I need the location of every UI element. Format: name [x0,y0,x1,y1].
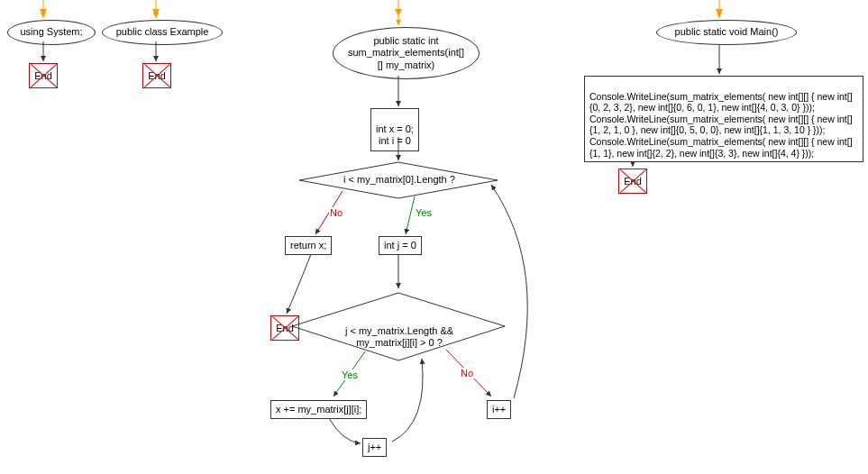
end-label: End [624,176,642,187]
node-cond-inner: j < my_matrix.Length && my_matrix[j][i] … [323,314,476,350]
node-init-j: int j = 0 [379,236,422,255]
node-using-system: using System; [7,20,96,45]
start-arrow-icon [716,9,723,16]
node-label: Console.WriteLine(sum_matrix_elements( n… [589,91,853,159]
start-arrow-icon [40,9,47,16]
node-label: using System; [20,26,82,38]
node-accum: x += my_matrix[j][i]; [270,400,367,419]
end-node: End [618,169,647,194]
svg-marker-11 [292,293,505,360]
node-label: int j = 0 [384,240,416,251]
node-return-x: return x; [285,236,332,255]
end-node: End [270,315,299,341]
edge-label-yes: Yes [341,369,359,380]
end-label: End [276,323,294,333]
start-arrow-icon [395,9,402,16]
end-label: End [148,70,166,81]
edge-label-no: No [329,207,343,218]
node-label: public class Example [116,26,209,38]
node-public-class: public class Example [102,20,223,45]
node-label: int x = 0; int i = 0 [376,123,414,146]
node-label: x += my_matrix[j][i]; [276,404,361,415]
edge-label-yes: Yes [415,207,433,218]
node-cond-outer: i < my_matrix[0].Length ? [323,174,476,186]
svg-marker-7 [299,162,498,198]
node-label: i++ [492,404,506,415]
node-jpp: j++ [362,438,387,457]
node-label: i < my_matrix[0].Length ? [343,174,455,185]
node-label: j++ [368,442,381,452]
node-main-header: public static void Main() [656,20,797,45]
node-label: public static void Main() [675,26,779,38]
node-main-body: Console.WriteLine(sum_matrix_elements( n… [584,76,863,162]
node-fn-header: public static int sum_matrix_elements(in… [333,27,480,79]
end-node: End [142,63,171,88]
node-ipp: i++ [487,400,511,419]
node-init-vars: int x = 0; int i = 0 [370,108,419,151]
end-node: End [29,63,58,88]
start-arrow-icon [152,9,160,16]
svg-line-9 [406,196,415,234]
node-label: j < my_matrix.Length && my_matrix[j][i] … [345,325,453,348]
node-label: public static int sum_matrix_elements(in… [348,35,464,71]
node-label: return x; [290,240,326,251]
edge-label-no: No [460,368,474,378]
end-label: End [34,70,52,81]
